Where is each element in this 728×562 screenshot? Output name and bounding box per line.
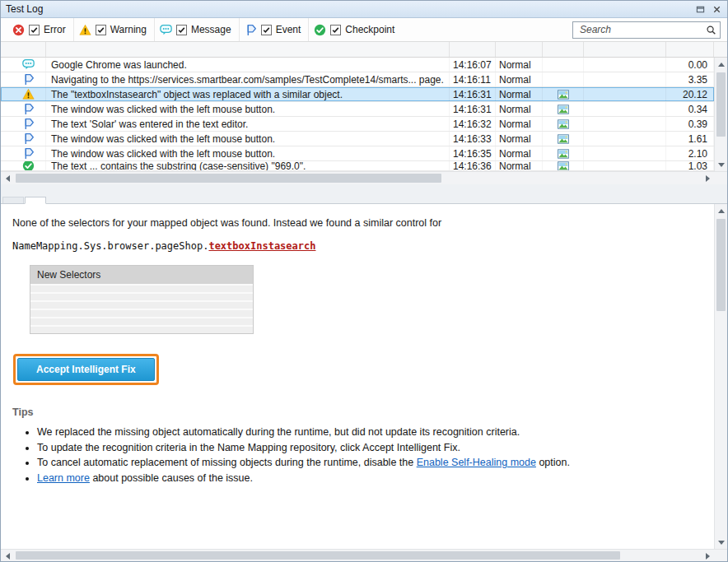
log-row[interactable]: Navigating to the https://services.smart… [1, 72, 714, 87]
accept-intelligent-fix-button[interactable]: Accept Intelligent Fix [17, 358, 155, 381]
selector-row [30, 327, 253, 333]
row-priority: Normal [496, 117, 543, 131]
row-type-icon [22, 118, 35, 130]
filter-checkbox[interactable] [29, 25, 40, 35]
row-time: 14:16:31 [450, 102, 496, 116]
column-header[interactable] [496, 42, 543, 57]
picture-thumbnail-icon [558, 134, 569, 144]
row-link [584, 102, 666, 116]
column-header[interactable] [666, 42, 714, 57]
log-row[interactable]: The window was clicked with the left mou… [1, 102, 714, 117]
tip-text: To update the recognition criteria in th… [37, 442, 460, 453]
filter-checkbox[interactable] [96, 25, 106, 35]
log-horizontal-scrollbar[interactable] [1, 171, 727, 184]
filter-checkbox[interactable] [176, 25, 187, 35]
scroll-down-button[interactable] [715, 536, 727, 549]
scroll-left-button[interactable] [1, 172, 14, 185]
close-icon[interactable] [711, 3, 722, 15]
log-filter[interactable]: Error [7, 18, 74, 41]
row-message: The text ... contains the substring (cas… [46, 161, 450, 170]
check-mark-icon [96, 26, 105, 35]
selector-row [30, 294, 253, 302]
search-icon[interactable] [706, 25, 716, 35]
scroll-left-button[interactable] [1, 550, 14, 562]
details-content: None of the selectors for your mapped ob… [1, 204, 714, 549]
tip-link[interactable]: Enable Self-Healing mode [417, 457, 536, 468]
log-filter[interactable]: Checkpoint [309, 18, 402, 41]
details-tab[interactable] [2, 197, 24, 203]
log-row[interactable]: The text ... contains the substring (cas… [1, 161, 714, 171]
details-tab[interactable] [25, 197, 46, 204]
scrollbar-track[interactable] [715, 217, 727, 536]
row-has-picture-cell [543, 87, 584, 101]
scrollbar-corner [714, 172, 727, 184]
log-filter[interactable]: Message [155, 18, 240, 41]
row-message: The text 'Solar' was entered in the text… [46, 117, 450, 131]
log-filter[interactable]: Event [240, 18, 310, 41]
filter-label: Checkpoint [345, 24, 394, 35]
column-header[interactable] [46, 42, 450, 57]
details-horizontal-scrollbar[interactable] [1, 549, 727, 561]
selectors-rows [30, 286, 253, 333]
tip-link[interactable]: Learn more [37, 472, 90, 484]
filter-toolbar: Error Warning Message Event [1, 18, 727, 42]
log-row[interactable]: The window was clicked with the left mou… [1, 146, 714, 161]
scroll-up-button[interactable] [715, 204, 727, 217]
column-header[interactable] [1, 42, 46, 57]
warning-icon [79, 24, 91, 36]
row-type-cell [1, 72, 46, 86]
row-type-cell [1, 161, 46, 170]
filter-label: Message [191, 24, 231, 35]
event-icon [22, 103, 35, 115]
filter-checkbox[interactable] [330, 25, 341, 35]
tip-item: To update the recognition criteria in th… [37, 442, 701, 453]
scroll-up-button[interactable] [715, 58, 727, 71]
log-vertical-scrollbar[interactable] [714, 58, 727, 171]
filter-label: Error [44, 24, 66, 35]
details-vertical-scrollbar[interactable] [714, 204, 727, 549]
scroll-right-button[interactable] [701, 172, 714, 185]
column-header[interactable] [543, 42, 584, 57]
arrow-down-icon [718, 541, 725, 545]
search-box[interactable] [572, 21, 721, 39]
float-window-icon[interactable] [694, 3, 706, 15]
scroll-right-button[interactable] [701, 550, 714, 562]
event-icon [245, 24, 257, 36]
scrollbar-track[interactable] [14, 550, 701, 561]
event-icon [22, 147, 35, 160]
mapped-object-link[interactable]: textboxInstasearch [208, 240, 315, 252]
filter-checkbox[interactable] [261, 25, 272, 35]
selector-row [30, 310, 253, 318]
arrow-right-icon [706, 553, 710, 560]
scroll-down-button[interactable] [715, 158, 727, 171]
log-row[interactable]: The text 'Solar' was entered in the text… [1, 117, 714, 132]
window-title: Test Log [6, 3, 43, 15]
row-time-diff: 0.00 [666, 58, 714, 72]
row-priority: Normal [496, 146, 543, 160]
column-header[interactable] [450, 42, 496, 57]
tip-text: We replaced the missing object automatic… [37, 426, 520, 438]
log-row[interactable]: The window was clicked with the left mou… [1, 132, 714, 146]
details-intro: None of the selectors for your mapped ob… [12, 217, 701, 229]
scrollbar-thumb[interactable] [716, 72, 726, 137]
column-header[interactable] [584, 42, 666, 57]
filter-label: Warning [110, 24, 147, 35]
row-type-cell [1, 87, 46, 101]
filter-type-icon [79, 24, 91, 36]
scrollbar-thumb[interactable] [16, 551, 620, 560]
row-time-diff: 0.39 [666, 117, 714, 131]
row-link [584, 132, 666, 146]
search-input[interactable] [578, 23, 706, 36]
row-has-picture-cell [543, 117, 584, 131]
log-row[interactable]: Google Chrome was launched. 14:16:07 Nor… [1, 58, 714, 72]
scrollbar-track[interactable] [14, 172, 701, 184]
log-filter[interactable]: Warning [74, 18, 155, 41]
scrollbar-track[interactable] [715, 71, 727, 158]
log-row[interactable]: The "textboxInstasearch" object was repl… [1, 87, 714, 102]
row-message: The window was clicked with the left mou… [46, 102, 450, 116]
scrollbar-thumb[interactable] [16, 174, 441, 183]
selectors-header: New Selectors [30, 266, 253, 286]
row-message: The "textboxInstasearch" object was repl… [46, 87, 450, 101]
filter-type-icon [160, 24, 172, 36]
scrollbar-thumb[interactable] [716, 219, 726, 311]
